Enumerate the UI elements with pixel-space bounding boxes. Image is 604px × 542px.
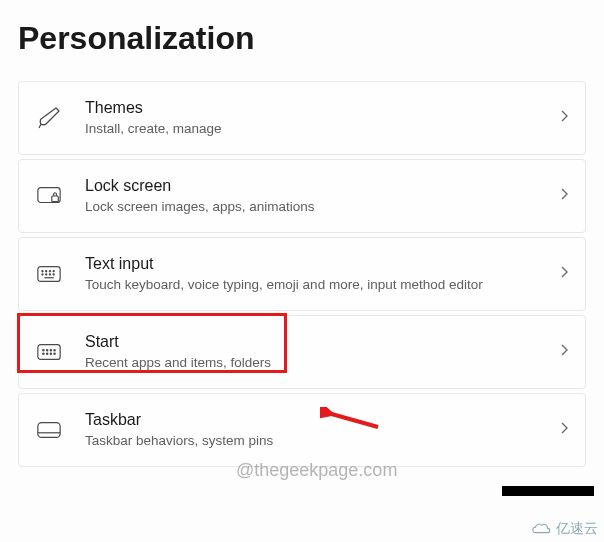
paintbrush-icon	[33, 105, 65, 131]
item-title: Start	[85, 332, 537, 353]
svg-point-6	[53, 271, 54, 272]
item-desc: Touch keyboard, voice typing, emoji and …	[85, 276, 537, 294]
lock-screen-icon	[33, 183, 65, 209]
item-title: Themes	[85, 98, 537, 119]
svg-point-14	[46, 350, 47, 351]
taskbar-icon	[33, 417, 65, 443]
svg-point-19	[50, 353, 51, 354]
svg-rect-12	[38, 345, 60, 360]
redaction-bar	[502, 486, 594, 496]
svg-point-3	[42, 271, 43, 272]
setting-item-text-input[interactable]: Text input Touch keyboard, voice typing,…	[18, 237, 586, 311]
brand-watermark: 亿速云	[530, 520, 598, 538]
svg-point-4	[46, 271, 47, 272]
svg-point-10	[53, 274, 54, 275]
svg-point-16	[54, 350, 55, 351]
chevron-right-icon	[557, 265, 571, 283]
item-title: Lock screen	[85, 176, 537, 197]
item-desc: Taskbar behaviors, system pins	[85, 432, 537, 450]
keyboard-icon	[33, 261, 65, 287]
setting-item-lock-screen[interactable]: Lock screen Lock screen images, apps, an…	[18, 159, 586, 233]
chevron-right-icon	[557, 187, 571, 205]
setting-item-start[interactable]: Start Recent apps and items, folders	[18, 315, 586, 389]
settings-list: Themes Install, create, manage Lock scre…	[0, 81, 604, 467]
chevron-right-icon	[557, 343, 571, 361]
svg-point-15	[50, 350, 51, 351]
svg-point-5	[49, 271, 50, 272]
cloud-icon	[530, 522, 552, 536]
item-desc: Lock screen images, apps, animations	[85, 198, 537, 216]
svg-point-13	[43, 350, 44, 351]
item-title: Taskbar	[85, 410, 537, 431]
svg-point-18	[46, 353, 47, 354]
svg-rect-21	[38, 423, 60, 438]
watermark: @thegeekpage.com	[236, 460, 397, 481]
item-title: Text input	[85, 254, 537, 275]
svg-point-9	[49, 274, 50, 275]
svg-point-17	[43, 353, 44, 354]
chevron-right-icon	[557, 109, 571, 127]
svg-point-8	[46, 274, 47, 275]
setting-item-themes[interactable]: Themes Install, create, manage	[18, 81, 586, 155]
setting-item-taskbar[interactable]: Taskbar Taskbar behaviors, system pins	[18, 393, 586, 467]
start-icon	[33, 339, 65, 365]
item-desc: Install, create, manage	[85, 120, 537, 138]
chevron-right-icon	[557, 421, 571, 439]
svg-point-20	[54, 353, 55, 354]
item-desc: Recent apps and items, folders	[85, 354, 537, 372]
page-title: Personalization	[0, 0, 604, 81]
svg-point-7	[42, 274, 43, 275]
svg-rect-1	[52, 196, 59, 202]
